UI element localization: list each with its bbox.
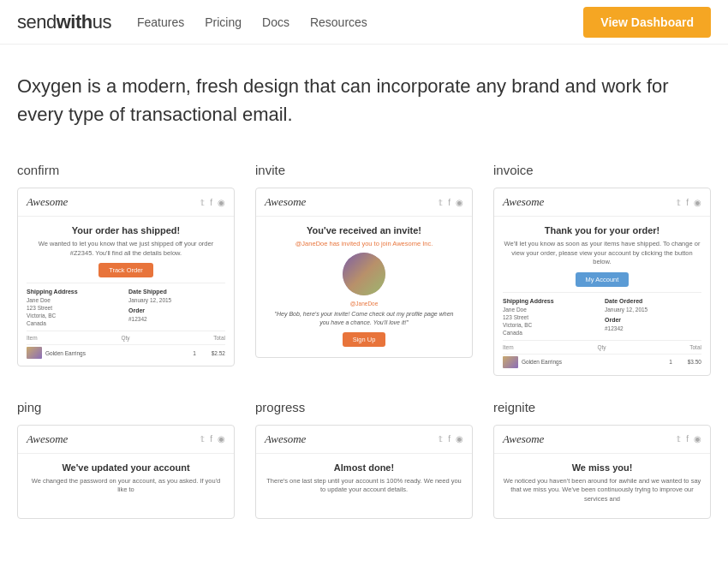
- card-info-confirm: Shipping Address Jane Doe123 StreetVicto…: [27, 283, 225, 327]
- twitter-icon-invoice: 𝕥: [677, 198, 681, 207]
- card-table-header-confirm: Item Qty Total: [27, 331, 225, 344]
- my-account-button[interactable]: My Account: [576, 272, 630, 287]
- email-card-reignite: Awesome 𝕥 f ◉ We miss you! We noticed yo…: [493, 425, 711, 519]
- email-card-invoice: Awesome 𝕥 f ◉ Thank you for your order! …: [493, 188, 711, 376]
- twitter-icon-invite: 𝕥: [439, 198, 443, 207]
- card-subtitle-reignite: We noticed you haven't been around for a…: [503, 477, 701, 504]
- rss-icon-progress: ◉: [456, 434, 463, 444]
- sign-up-button[interactable]: Sign Up: [343, 332, 386, 347]
- template-confirm: confirm Awesome 𝕥 f ◉ Your order has shi…: [17, 163, 235, 376]
- card-logo-ping: Awesome: [27, 432, 68, 446]
- card-icons-confirm: 𝕥 f ◉: [200, 198, 225, 207]
- hero-section: Oxygen is a modern, fresh design that ca…: [0, 45, 711, 146]
- table-row-confirm: Golden Earrings 1 $2.52: [27, 344, 225, 361]
- template-invite: invite Awesome 𝕥 f ◉ You've received an …: [255, 163, 473, 376]
- date-shipped-label: Date Shipped: [128, 289, 225, 295]
- card-body-confirm: Your order has shipped! We wanted to let…: [18, 217, 234, 366]
- template-reignite: reignite Awesome 𝕥 f ◉ We miss you! We n…: [493, 400, 711, 519]
- nav-resources[interactable]: Resources: [310, 15, 367, 29]
- shipping-address-col-invoice: Shipping Address Jane Doe123 StreetVicto…: [503, 298, 600, 337]
- template-reignite-label: reignite: [493, 400, 711, 414]
- shipping-val: Jane Doe123 StreetVictoria, BCCanada: [27, 296, 123, 327]
- card-subtitle-confirm: We wanted to let you know that we just s…: [27, 240, 225, 258]
- view-dashboard-button[interactable]: View Dashboard: [583, 7, 711, 38]
- card-title-progress: Almost done!: [265, 462, 463, 473]
- card-icons-progress: 𝕥 f ◉: [439, 434, 463, 444]
- card-info-invoice: Shipping Address Jane Doe123 StreetVicto…: [503, 292, 701, 337]
- product-qty-invoice: 1: [664, 359, 677, 365]
- nav-pricing[interactable]: Pricing: [205, 15, 242, 29]
- twitter-icon-ping: 𝕥: [200, 434, 205, 444]
- email-card-invite: Awesome 𝕥 f ◉ You've received an invite!…: [255, 188, 473, 358]
- template-invite-label: invite: [255, 163, 473, 177]
- card-body-progress: Almost done! There's one last step until…: [256, 454, 472, 505]
- card-icons-ping: 𝕥 f ◉: [200, 434, 225, 444]
- logo-prefix: send: [17, 11, 57, 33]
- rss-icon-invite: ◉: [456, 198, 463, 207]
- templates-grid: confirm Awesome 𝕥 f ◉ Your order has shi…: [0, 146, 728, 553]
- avatar-name: @JaneDoe: [265, 301, 463, 307]
- card-title-ping: We've updated your account: [27, 462, 225, 473]
- rss-icon: ◉: [218, 198, 225, 207]
- order-val-confirm: #12342: [128, 315, 225, 323]
- card-subtitle-progress: There's one last step until your account…: [265, 477, 463, 495]
- template-confirm-label: confirm: [17, 163, 235, 177]
- nav-docs[interactable]: Docs: [262, 15, 289, 29]
- card-highlight-invite: @JaneDoe has invited you to join Awesome…: [265, 240, 463, 247]
- shipping-label-invoice: Shipping Address: [503, 298, 600, 304]
- card-icons-invoice: 𝕥 f ◉: [677, 198, 701, 207]
- email-card-progress: Awesome 𝕥 f ◉ Almost done! There's one l…: [255, 425, 473, 519]
- card-quote-invite: "Hey Bob, here's your invite! Come check…: [272, 310, 456, 327]
- twitter-icon-reignite: 𝕥: [677, 434, 681, 444]
- shipping-label: Shipping Address: [27, 289, 123, 295]
- order-label-confirm: Order: [128, 307, 225, 313]
- date-shipped-val: January 12, 2015: [128, 296, 225, 304]
- rss-icon-invoice: ◉: [694, 198, 701, 207]
- rss-icon-ping: ◉: [218, 434, 225, 444]
- track-order-button[interactable]: Track Order: [98, 263, 153, 277]
- email-card-confirm: Awesome 𝕥 f ◉ Your order has shipped! We…: [17, 188, 235, 366]
- order-label-invoice: Order: [605, 317, 701, 323]
- avatar-image: [343, 253, 385, 295]
- card-title-reignite: We miss you!: [503, 462, 701, 473]
- order-val-invoice: #12342: [605, 325, 701, 332]
- facebook-icon-reignite: f: [686, 434, 689, 444]
- template-progress-label: progress: [255, 400, 473, 414]
- card-subtitle-invoice: We'll let you know as soon as your items…: [503, 240, 701, 267]
- card-table-header-invoice: Item Qty Total: [503, 340, 701, 354]
- col-total-invoice: Total: [689, 344, 701, 350]
- card-header-confirm: Awesome 𝕥 f ◉: [18, 188, 234, 217]
- card-header-ping: Awesome 𝕥 f ◉: [18, 426, 234, 454]
- logo: sendwithus: [17, 11, 111, 33]
- navbar: sendwithus Features Pricing Docs Resourc…: [0, 0, 728, 45]
- card-title-invoice: Thank you for your order!: [503, 225, 701, 235]
- table-row-invoice: Golden Earrings 1 $3.50: [503, 354, 701, 370]
- card-logo-reignite: Awesome: [503, 432, 544, 446]
- product-name-confirm: Golden Earrings: [45, 350, 184, 356]
- card-title-confirm: Your order has shipped!: [27, 225, 225, 235]
- card-header-reignite: Awesome 𝕥 f ◉: [494, 426, 710, 454]
- template-invoice: invoice Awesome 𝕥 f ◉ Thank you for your…: [493, 163, 711, 376]
- card-body-invite: You've received an invite! @JaneDoe has …: [256, 217, 472, 357]
- product-total-invoice: $3.50: [681, 359, 701, 365]
- col-qty: Qty: [121, 335, 129, 341]
- card-logo-invoice: Awesome: [503, 195, 544, 209]
- template-progress: progress Awesome 𝕥 f ◉ Almost done! Ther…: [255, 400, 473, 519]
- facebook-icon-invoice: f: [686, 198, 689, 207]
- product-thumb-confirm: [27, 347, 42, 359]
- product-qty-confirm: 1: [188, 350, 201, 356]
- product-name-invoice: Golden Earrings: [522, 359, 660, 365]
- card-icons-invite: 𝕥 f ◉: [439, 198, 463, 207]
- card-logo-progress: Awesome: [265, 432, 306, 446]
- template-ping-label: ping: [17, 400, 235, 414]
- date-ordered-label: Date Ordered: [605, 298, 701, 304]
- logo-bold: with: [57, 11, 92, 33]
- hero-text: Oxygen is a modern, fresh design that ca…: [17, 72, 694, 128]
- card-title-invite: You've received an invite!: [265, 225, 463, 235]
- shipping-val-invoice: Jane Doe123 StreetVictoria, BCCanada: [503, 306, 600, 337]
- date-ordered-val: January 12, 2015: [605, 306, 701, 313]
- card-icons-reignite: 𝕥 f ◉: [677, 434, 701, 444]
- nav-features[interactable]: Features: [137, 15, 184, 29]
- product-total-confirm: $2.52: [205, 350, 225, 356]
- card-logo-confirm: Awesome: [27, 195, 68, 209]
